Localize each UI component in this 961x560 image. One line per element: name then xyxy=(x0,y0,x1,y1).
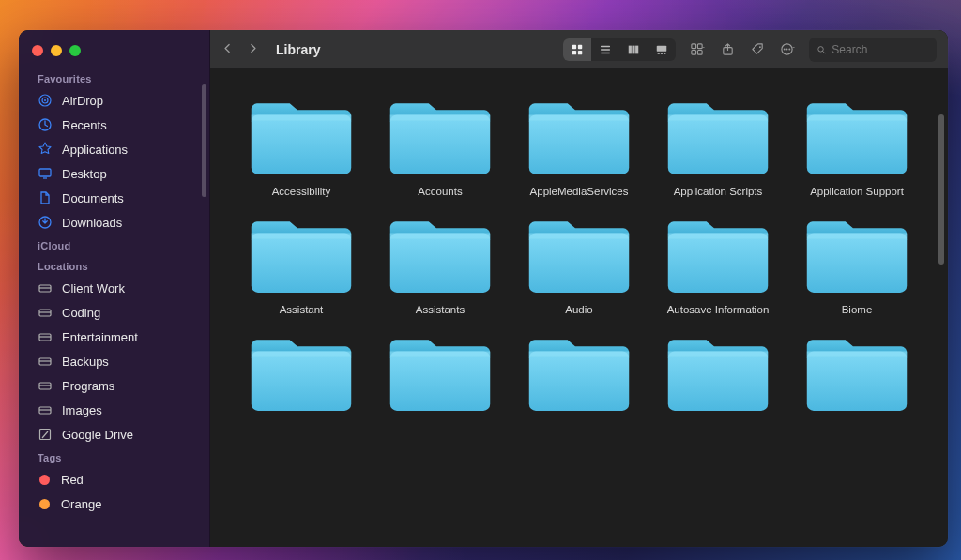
sidebar-item-recents[interactable]: Recents xyxy=(19,113,209,137)
search-icon xyxy=(816,44,826,55)
view-gallery-button[interactable] xyxy=(648,38,676,61)
group-by-button[interactable]: ˇ xyxy=(685,38,709,61)
folder-icon xyxy=(806,96,908,176)
sidebar-item-images[interactable]: Images xyxy=(19,398,209,422)
folder-icon xyxy=(667,96,769,176)
tag-dot-icon xyxy=(39,499,50,509)
folder-label: Assistant xyxy=(280,304,324,315)
finder-window: Favourites AirDropRecentsApplicationsDes… xyxy=(19,30,948,547)
forward-button[interactable] xyxy=(247,41,259,58)
search-field[interactable] xyxy=(809,38,937,62)
folder-autosave-information[interactable]: Autosave Information xyxy=(653,214,783,315)
sidebar-item-label: Desktop xyxy=(62,167,107,181)
folder-icon xyxy=(389,332,491,413)
airdrop-icon xyxy=(38,93,53,108)
sidebar-item-entertainment[interactable]: Entertainment xyxy=(19,325,209,349)
sidebar-item-client-work[interactable]: Client Work xyxy=(19,276,209,300)
main-area: Library ˇ ˇ AccessibilityAccountsAppleMe… xyxy=(210,30,948,547)
tag-button[interactable] xyxy=(745,38,770,61)
section-favourites-label: Favourites xyxy=(19,68,209,88)
folder-biome[interactable]: Biome xyxy=(792,214,922,315)
folder-application-scripts[interactable]: Application Scripts xyxy=(653,96,783,197)
folder-application-support[interactable]: Application Support xyxy=(792,96,922,197)
sidebar-item-label: Google Drive xyxy=(62,428,133,442)
sidebar-item-label: Documents xyxy=(62,191,124,205)
folder-label: Audio xyxy=(565,304,592,315)
folder-label: Application Support xyxy=(810,186,904,197)
folder-label: Assistants xyxy=(416,304,465,315)
view-column-button[interactable] xyxy=(619,38,648,61)
sidebar-item-label: AirDrop xyxy=(62,94,103,108)
clock-icon xyxy=(38,117,53,132)
folder-icon xyxy=(389,96,491,176)
sidebar-item-label: Applications xyxy=(62,143,128,157)
sidebar-item-label: Programs xyxy=(62,379,114,393)
sidebar-item-label: Downloads xyxy=(62,216,122,230)
section-icloud-label: iCloud xyxy=(19,235,209,255)
sidebar-item-label: Images xyxy=(62,403,102,417)
drive-icon xyxy=(38,378,53,393)
sidebar-scrollbar[interactable] xyxy=(202,84,206,197)
sidebar-item-backups[interactable]: Backups xyxy=(19,349,209,373)
sidebar-tag-red[interactable]: Red xyxy=(19,467,209,492)
sidebar-item-label: Entertainment xyxy=(62,330,138,344)
sidebar-item-coding[interactable]: Coding xyxy=(19,300,209,325)
tag-dot-icon xyxy=(39,475,50,485)
sidebar-item-desktop[interactable]: Desktop xyxy=(19,161,209,186)
sidebar-item-label: Backups xyxy=(62,355,109,369)
folder-item[interactable] xyxy=(375,332,505,422)
close-button[interactable] xyxy=(32,45,43,56)
folder-applemediaservices[interactable]: AppleMediaServices xyxy=(514,96,644,197)
share-button[interactable] xyxy=(715,38,740,61)
folder-label: Biome xyxy=(842,304,873,315)
view-mode-segment xyxy=(563,38,676,61)
folder-item[interactable] xyxy=(514,332,644,422)
drive-icon xyxy=(38,402,53,417)
folder-accounts[interactable]: Accounts xyxy=(375,96,505,197)
folder-label: Application Scripts xyxy=(674,186,763,197)
document-icon xyxy=(38,190,53,205)
folder-icon xyxy=(251,214,352,295)
sidebar-item-programs[interactable]: Programs xyxy=(19,373,209,398)
folder-icon xyxy=(251,96,352,176)
folder-audio[interactable]: Audio xyxy=(514,214,644,315)
sidebar-item-applications[interactable]: Applications xyxy=(19,137,209,161)
folder-item[interactable] xyxy=(236,332,366,422)
folder-item[interactable] xyxy=(792,332,922,422)
section-tags-label: Tags xyxy=(19,446,209,467)
sidebar-item-downloads[interactable]: Downloads xyxy=(19,210,209,235)
drive-icon xyxy=(38,305,53,320)
search-input[interactable] xyxy=(831,43,929,56)
folder-label: Accessibility xyxy=(272,186,331,197)
sidebar-tag-orange[interactable]: Orange xyxy=(19,492,209,516)
sidebar-item-label: Orange xyxy=(61,497,101,511)
folder-icon xyxy=(528,214,630,295)
folder-item[interactable] xyxy=(653,332,783,422)
folder-accessibility[interactable]: Accessibility xyxy=(236,96,366,197)
action-menu-button[interactable]: ˇ xyxy=(775,38,800,61)
folder-assistants[interactable]: Assistants xyxy=(375,214,505,315)
drive-icon xyxy=(38,329,53,344)
sidebar-item-label: Client Work xyxy=(62,281,125,295)
view-icon-button[interactable] xyxy=(563,38,591,61)
download-icon xyxy=(38,215,53,230)
sidebar-item-label: Recents xyxy=(62,118,107,132)
minimize-button[interactable] xyxy=(51,45,62,56)
content-scrollbar[interactable] xyxy=(938,114,944,265)
sidebar-item-google-drive[interactable]: Google Drive xyxy=(19,422,209,446)
sidebar-item-label: Coding xyxy=(62,306,100,320)
folder-label: AppleMediaServices xyxy=(530,186,629,197)
sidebar: Favourites AirDropRecentsApplicationsDes… xyxy=(19,30,210,547)
view-list-button[interactable] xyxy=(591,38,619,61)
apps-icon xyxy=(38,142,53,157)
drive-icon xyxy=(38,354,53,369)
folder-icon xyxy=(667,214,769,295)
back-button[interactable] xyxy=(221,41,234,58)
folder-label: Autosave Information xyxy=(667,304,770,315)
maximize-button[interactable] xyxy=(69,45,81,56)
sidebar-item-airdrop[interactable]: AirDrop xyxy=(19,88,209,113)
content-area[interactable]: AccessibilityAccountsAppleMediaServicesA… xyxy=(210,69,948,547)
folder-icon xyxy=(528,96,630,176)
sidebar-item-documents[interactable]: Documents xyxy=(19,186,209,210)
folder-assistant[interactable]: Assistant xyxy=(236,214,366,315)
